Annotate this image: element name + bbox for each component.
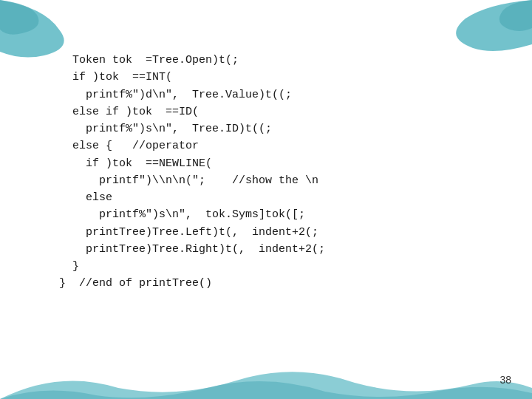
page-number: 38 <box>499 374 511 386</box>
code-container: Token tok =Tree.Open)t(; if )tok ==INT( … <box>59 52 502 347</box>
top-decoration <box>0 0 532 59</box>
bottom-decoration <box>0 355 532 399</box>
code-block: Token tok =Tree.Open)t(; if )tok ==INT( … <box>59 52 502 293</box>
